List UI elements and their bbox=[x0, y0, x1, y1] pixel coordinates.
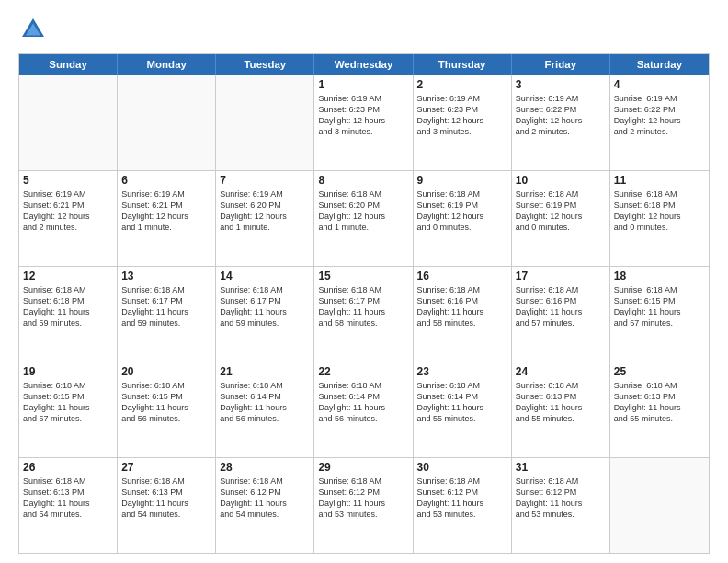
line2: Sunset: 6:18 PM bbox=[614, 200, 705, 211]
line2: Sunset: 6:15 PM bbox=[614, 295, 705, 306]
calendar-row-5: 26Sunrise: 6:18 AMSunset: 6:13 PMDayligh… bbox=[19, 457, 709, 553]
line3: Daylight: 11 hours bbox=[614, 402, 705, 413]
line2: Sunset: 6:17 PM bbox=[318, 295, 408, 306]
line1: Sunrise: 6:18 AM bbox=[121, 284, 211, 295]
line2: Sunset: 6:20 PM bbox=[318, 200, 408, 211]
day-cell-4: 4Sunrise: 6:19 AMSunset: 6:22 PMDaylight… bbox=[610, 75, 709, 170]
empty-cell bbox=[19, 75, 118, 170]
line2: Sunset: 6:13 PM bbox=[614, 391, 705, 402]
day-cell-28: 28Sunrise: 6:18 AMSunset: 6:12 PMDayligh… bbox=[216, 458, 314, 553]
weekday-header-sunday: Sunday bbox=[19, 54, 118, 75]
day-number: 8 bbox=[318, 174, 408, 187]
line3: Daylight: 12 hours bbox=[121, 211, 211, 222]
day-number: 4 bbox=[614, 78, 705, 91]
line2: Sunset: 6:12 PM bbox=[417, 487, 507, 498]
line4: and 59 minutes. bbox=[220, 317, 310, 328]
line4: and 56 minutes. bbox=[121, 413, 211, 424]
line4: and 54 minutes. bbox=[23, 509, 113, 520]
line3: Daylight: 11 hours bbox=[121, 402, 211, 413]
header bbox=[18, 15, 710, 44]
line3: Daylight: 11 hours bbox=[614, 306, 705, 317]
line3: Daylight: 12 hours bbox=[516, 211, 606, 222]
day-number: 2 bbox=[417, 78, 507, 91]
day-number: 14 bbox=[220, 270, 310, 282]
line2: Sunset: 6:21 PM bbox=[121, 200, 211, 211]
line4: and 57 minutes. bbox=[614, 317, 705, 328]
line2: Sunset: 6:16 PM bbox=[516, 295, 606, 306]
line3: Daylight: 12 hours bbox=[220, 211, 310, 222]
day-cell-7: 7Sunrise: 6:19 AMSunset: 6:20 PMDaylight… bbox=[216, 171, 314, 266]
day-number: 12 bbox=[23, 270, 113, 282]
line2: Sunset: 6:13 PM bbox=[121, 487, 211, 498]
line4: and 59 minutes. bbox=[121, 317, 211, 328]
line1: Sunrise: 6:18 AM bbox=[318, 284, 408, 295]
line2: Sunset: 6:12 PM bbox=[220, 487, 310, 498]
line2: Sunset: 6:19 PM bbox=[417, 200, 507, 211]
line2: Sunset: 6:19 PM bbox=[516, 200, 606, 211]
day-number: 5 bbox=[23, 174, 113, 187]
line2: Sunset: 6:14 PM bbox=[318, 391, 408, 402]
weekday-header-tuesday: Tuesday bbox=[216, 54, 314, 75]
line1: Sunrise: 6:18 AM bbox=[614, 284, 705, 295]
line2: Sunset: 6:22 PM bbox=[614, 104, 705, 115]
line2: Sunset: 6:13 PM bbox=[23, 487, 113, 498]
line4: and 55 minutes. bbox=[614, 413, 705, 424]
day-number: 7 bbox=[220, 174, 310, 187]
day-cell-22: 22Sunrise: 6:18 AMSunset: 6:14 PMDayligh… bbox=[314, 362, 413, 457]
empty-cell bbox=[118, 75, 216, 170]
weekday-header-friday: Friday bbox=[512, 54, 610, 75]
line1: Sunrise: 6:18 AM bbox=[220, 380, 310, 391]
line4: and 3 minutes. bbox=[417, 126, 507, 137]
calendar-row-2: 5Sunrise: 6:19 AMSunset: 6:21 PMDaylight… bbox=[19, 170, 709, 266]
day-number: 25 bbox=[614, 365, 705, 378]
line3: Daylight: 12 hours bbox=[417, 115, 507, 126]
line3: Daylight: 11 hours bbox=[23, 306, 113, 317]
line1: Sunrise: 6:19 AM bbox=[614, 93, 705, 104]
calendar-row-3: 12Sunrise: 6:18 AMSunset: 6:18 PMDayligh… bbox=[19, 266, 709, 362]
line2: Sunset: 6:15 PM bbox=[23, 391, 113, 402]
calendar-row-4: 19Sunrise: 6:18 AMSunset: 6:15 PMDayligh… bbox=[19, 362, 709, 457]
line2: Sunset: 6:14 PM bbox=[417, 391, 507, 402]
line2: Sunset: 6:17 PM bbox=[220, 295, 310, 306]
day-cell-20: 20Sunrise: 6:18 AMSunset: 6:15 PMDayligh… bbox=[118, 362, 216, 457]
day-number: 18 bbox=[614, 270, 705, 282]
line1: Sunrise: 6:19 AM bbox=[516, 93, 606, 104]
day-number: 10 bbox=[516, 174, 606, 187]
day-cell-31: 31Sunrise: 6:18 AMSunset: 6:12 PMDayligh… bbox=[512, 458, 610, 553]
line1: Sunrise: 6:19 AM bbox=[220, 189, 310, 200]
day-cell-3: 3Sunrise: 6:19 AMSunset: 6:22 PMDaylight… bbox=[512, 75, 610, 170]
line3: Daylight: 12 hours bbox=[318, 211, 408, 222]
line2: Sunset: 6:14 PM bbox=[220, 391, 310, 402]
line3: Daylight: 11 hours bbox=[23, 402, 113, 413]
line1: Sunrise: 6:18 AM bbox=[417, 476, 507, 487]
line3: Daylight: 12 hours bbox=[516, 115, 606, 126]
line3: Daylight: 11 hours bbox=[318, 402, 408, 413]
line3: Daylight: 11 hours bbox=[516, 498, 606, 509]
day-cell-17: 17Sunrise: 6:18 AMSunset: 6:16 PMDayligh… bbox=[512, 267, 610, 362]
weekday-header-saturday: Saturday bbox=[610, 54, 709, 75]
line1: Sunrise: 6:18 AM bbox=[23, 284, 113, 295]
line1: Sunrise: 6:18 AM bbox=[614, 189, 705, 200]
line4: and 53 minutes. bbox=[516, 509, 606, 520]
line4: and 55 minutes. bbox=[516, 413, 606, 424]
day-number: 15 bbox=[318, 270, 408, 282]
weekday-header-wednesday: Wednesday bbox=[314, 54, 413, 75]
line4: and 0 minutes. bbox=[516, 222, 606, 233]
line2: Sunset: 6:12 PM bbox=[318, 487, 408, 498]
line1: Sunrise: 6:19 AM bbox=[121, 189, 211, 200]
line1: Sunrise: 6:18 AM bbox=[516, 189, 606, 200]
day-cell-18: 18Sunrise: 6:18 AMSunset: 6:15 PMDayligh… bbox=[610, 267, 709, 362]
line4: and 54 minutes. bbox=[220, 509, 310, 520]
line3: Daylight: 11 hours bbox=[318, 498, 408, 509]
line1: Sunrise: 6:19 AM bbox=[23, 189, 113, 200]
day-number: 21 bbox=[220, 365, 310, 378]
line4: and 1 minute. bbox=[121, 222, 211, 233]
line2: Sunset: 6:16 PM bbox=[417, 295, 507, 306]
logo-icon bbox=[18, 15, 48, 44]
day-cell-10: 10Sunrise: 6:18 AMSunset: 6:19 PMDayligh… bbox=[512, 171, 610, 266]
line4: and 59 minutes. bbox=[23, 317, 113, 328]
empty-cell bbox=[610, 458, 709, 553]
day-number: 16 bbox=[417, 270, 507, 282]
line3: Daylight: 12 hours bbox=[614, 211, 705, 222]
line4: and 55 minutes. bbox=[417, 413, 507, 424]
